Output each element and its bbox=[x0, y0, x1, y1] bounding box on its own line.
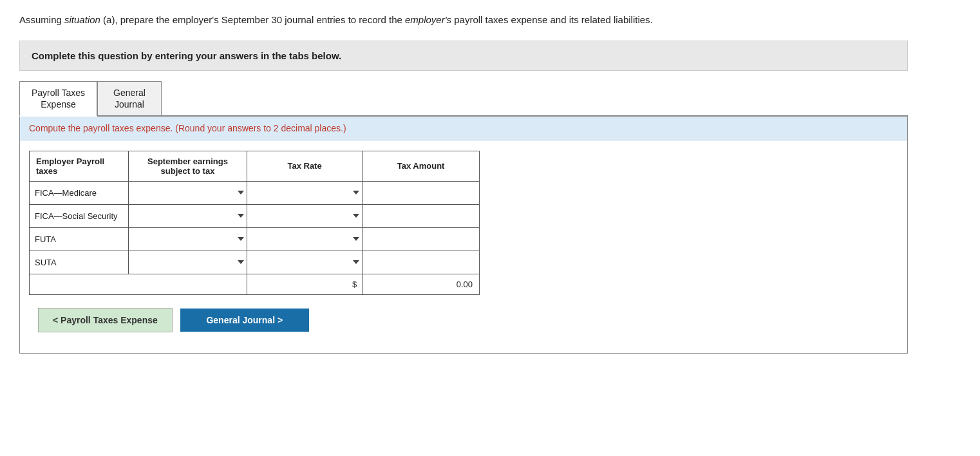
input-sept-futa[interactable] bbox=[134, 232, 241, 247]
input-rate-social[interactable] bbox=[252, 209, 357, 223]
row-sept-futa[interactable] bbox=[129, 227, 247, 251]
table-row: FICA—Medicare bbox=[30, 181, 480, 204]
nav-buttons: < Payroll Taxes Expense General Journal … bbox=[29, 308, 898, 343]
dropdown-icon-suta-rate[interactable] bbox=[353, 260, 359, 264]
row-rate-medicare[interactable] bbox=[247, 181, 362, 204]
total-value: 0.00 bbox=[457, 280, 473, 289]
input-rate-medicare[interactable] bbox=[252, 185, 357, 200]
tab-content: Compute the payroll taxes expense. (Roun… bbox=[19, 117, 908, 354]
input-rate-suta[interactable] bbox=[252, 255, 357, 270]
row-label-medicare: FICA—Medicare bbox=[30, 181, 129, 204]
total-row: $ 0.00 bbox=[30, 274, 480, 294]
next-button-label: General Journal > bbox=[206, 315, 283, 325]
total-value-cell: 0.00 bbox=[363, 274, 480, 294]
input-sept-medicare[interactable] bbox=[134, 185, 241, 200]
input-amount-suta[interactable] bbox=[368, 255, 474, 270]
row-rate-suta[interactable] bbox=[247, 251, 362, 274]
row-amount-futa[interactable] bbox=[363, 227, 480, 251]
dropdown-icon-social-rate[interactable] bbox=[353, 214, 359, 218]
complete-box: Complete this question by entering your … bbox=[19, 41, 908, 71]
row-sept-social[interactable] bbox=[129, 204, 247, 227]
col-header-amount: Tax Amount bbox=[363, 151, 480, 181]
row-label-suta: SUTA bbox=[30, 251, 129, 274]
instruction-text: Assuming situation (a), prepare the empl… bbox=[19, 13, 921, 28]
total-empty-cell bbox=[30, 274, 247, 294]
dropdown-icon-futa-rate[interactable] bbox=[353, 237, 359, 241]
blue-instruction: Compute the payroll taxes expense. (Roun… bbox=[20, 117, 907, 140]
col-header-rate: Tax Rate bbox=[247, 151, 362, 181]
prev-button-label: < Payroll Taxes Expense bbox=[53, 315, 158, 325]
row-sept-suta[interactable] bbox=[129, 251, 247, 274]
dropdown-icon-suta-sept[interactable] bbox=[238, 260, 244, 264]
input-amount-futa[interactable] bbox=[368, 232, 474, 247]
input-amount-social[interactable] bbox=[368, 209, 474, 223]
dropdown-icon-medicare-sept[interactable] bbox=[238, 191, 244, 195]
dropdown-icon-medicare-rate[interactable] bbox=[353, 191, 359, 195]
tab-general-journal[interactable]: GeneralJournal bbox=[97, 81, 162, 115]
col-header-employer: Employer Payroll taxes bbox=[30, 151, 129, 181]
dropdown-icon-futa-sept[interactable] bbox=[238, 237, 244, 241]
row-label-futa: FUTA bbox=[30, 227, 129, 251]
total-dollar-sign: $ bbox=[352, 280, 357, 289]
row-amount-medicare[interactable] bbox=[363, 181, 480, 204]
dropdown-icon-social-sept[interactable] bbox=[238, 214, 244, 218]
tab-payroll-taxes-expense[interactable]: Payroll TaxesExpense bbox=[19, 81, 97, 117]
col-header-sept: September earningssubject to tax bbox=[129, 151, 247, 181]
complete-box-label: Complete this question by entering your … bbox=[32, 50, 341, 61]
prev-button[interactable]: < Payroll Taxes Expense bbox=[38, 308, 173, 332]
total-dollar-cell: $ bbox=[247, 274, 362, 294]
table-wrapper: Employer Payroll taxes September earning… bbox=[20, 140, 907, 353]
table-row: SUTA bbox=[30, 251, 480, 274]
table-row: FUTA bbox=[30, 227, 480, 251]
row-amount-social[interactable] bbox=[363, 204, 480, 227]
input-sept-suta[interactable] bbox=[134, 255, 241, 270]
table-row: FICA—Social Security bbox=[30, 204, 480, 227]
row-sept-medicare[interactable] bbox=[129, 181, 247, 204]
instruction-round: (Round your answers to 2 decimal places.… bbox=[175, 123, 346, 133]
payroll-taxes-table: Employer Payroll taxes September earning… bbox=[29, 151, 480, 295]
row-label-social: FICA—Social Security bbox=[30, 204, 129, 227]
input-rate-futa[interactable] bbox=[252, 232, 357, 247]
instruction-compute: Compute the payroll taxes expense. bbox=[29, 123, 175, 133]
tabs-container: Payroll TaxesExpense GeneralJournal bbox=[19, 81, 908, 117]
row-amount-suta[interactable] bbox=[363, 251, 480, 274]
row-rate-futa[interactable] bbox=[247, 227, 362, 251]
input-amount-medicare[interactable] bbox=[368, 185, 474, 200]
input-sept-social[interactable] bbox=[134, 209, 241, 223]
row-rate-social[interactable] bbox=[247, 204, 362, 227]
next-button[interactable]: General Journal > bbox=[180, 309, 309, 332]
